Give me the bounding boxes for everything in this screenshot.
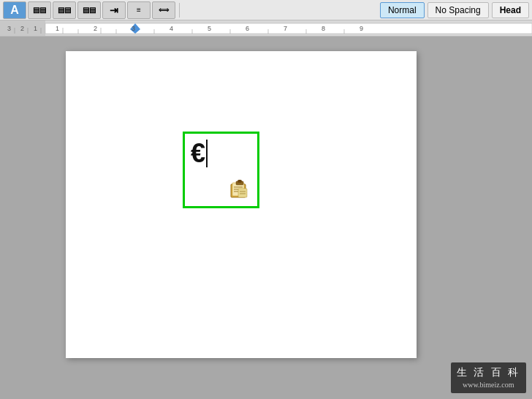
justify-icon[interactable]: ⟺	[152, 1, 175, 19]
ruler-svg: 3 2 1 1 2 3 4 5 6 7 8 9	[0, 20, 532, 37]
format-icon3[interactable]: ▤▤	[77, 1, 101, 19]
euro-character: €	[191, 140, 208, 167]
ruler: 3 2 1 1 2 3 4 5 6 7 8 9	[0, 20, 532, 37]
svg-text:6: 6	[246, 25, 249, 32]
watermark: 生 活 百 科 www.bimeiz.com	[451, 362, 527, 393]
quick-styles: Normal No Spacing Head	[380, 2, 529, 18]
format-icon1[interactable]: ▤▤	[28, 1, 51, 19]
svg-text:4: 4	[170, 25, 173, 32]
svg-rect-1	[45, 23, 532, 34]
font-icon[interactable]: A	[3, 1, 26, 19]
normal-style-button[interactable]: Normal	[380, 2, 425, 18]
heading-style-button[interactable]: Head	[492, 2, 529, 18]
svg-text:8: 8	[322, 25, 325, 32]
svg-text:3: 3	[7, 25, 11, 32]
svg-text:9: 9	[360, 25, 363, 32]
text-cursor	[206, 140, 208, 167]
svg-text:2: 2	[94, 25, 97, 32]
watermark-line1: 生 活 百 科	[457, 365, 521, 380]
paste-icon-svg	[228, 177, 251, 200]
format-icon2[interactable]: ▤▤	[53, 1, 76, 19]
svg-text:1: 1	[56, 25, 59, 32]
watermark-line2: www.bimeiz.com	[457, 380, 521, 390]
paste-icon[interactable]	[228, 177, 251, 200]
svg-text:2: 2	[20, 25, 24, 32]
svg-text:1: 1	[34, 25, 37, 32]
svg-rect-36	[238, 189, 247, 197]
document-page[interactable]: €	[66, 51, 417, 358]
style-toolbar: A ▤▤ ▤▤ ▤▤ ⇥ ≡ ⟺ Normal No Spacing Head	[0, 0, 532, 20]
no-spacing-style-button[interactable]: No Spacing	[428, 2, 489, 18]
svg-text:7: 7	[284, 25, 287, 32]
svg-rect-32	[238, 180, 242, 183]
separator1	[179, 3, 180, 18]
document-area: €	[0, 37, 532, 399]
svg-text:5: 5	[208, 25, 211, 32]
highlighted-cell[interactable]: €	[183, 132, 259, 208]
svg-text:3: 3	[132, 25, 135, 32]
list-icon[interactable]: ≡	[127, 1, 151, 19]
indent-icon[interactable]: ⇥	[102, 1, 126, 19]
